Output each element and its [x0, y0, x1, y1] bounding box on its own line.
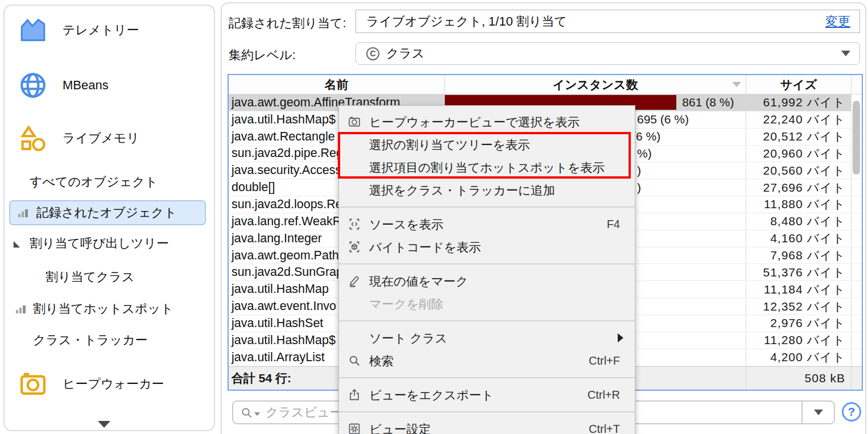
- size-cell: 4,160 バイト: [746, 230, 852, 247]
- sidebar-item-allocation-hotspots[interactable]: 割り当てホットスポット: [15, 299, 173, 319]
- menu-item-icon-spacer: [346, 296, 362, 311]
- instance-count-value: 861 (8 %): [682, 96, 734, 109]
- help-icon[interactable]: ?: [842, 402, 861, 421]
- marker-icon: [346, 274, 362, 288]
- highlight-box: [338, 132, 631, 179]
- sidebar-item-label: ライブメモリ: [63, 130, 139, 147]
- instance-count-value: %): [637, 147, 652, 160]
- change-link[interactable]: 変更: [825, 13, 850, 30]
- menu-item-show-bytecode[interactable]: バイトコードを表示: [339, 235, 635, 258]
- menu-item-label: 選択をクラス・トラッカーに追加: [369, 182, 555, 199]
- menu-item-label: ビュー設定: [369, 421, 431, 434]
- globe-icon: [18, 71, 48, 100]
- bar-chart-icon: [15, 303, 27, 315]
- sort-descending-icon: [732, 82, 741, 87]
- sidebar-item-allocation-classes[interactable]: 割り当てクラス: [46, 267, 135, 287]
- source-icon: [346, 217, 362, 232]
- recorded-allocations-value: ライブオブジェクト, 1/10 割り当て: [366, 13, 825, 30]
- size-cell: 8,480 バイト: [746, 213, 852, 230]
- sidebar-item-telemetry[interactable]: テレメトリー: [18, 10, 139, 51]
- sidebar-item-all-objects[interactable]: すべてのオブジェクト: [30, 172, 158, 192]
- sidebar-item-allocation-call-tree[interactable]: 割り当て呼び出しツリー: [11, 233, 169, 254]
- sidebar-item-mbeans[interactable]: MBeans: [18, 65, 109, 106]
- sidebar-item-label: テレメトリー: [63, 22, 139, 39]
- instance-count-value: ): [637, 181, 641, 195]
- menu-item-shortcut: Ctrl+R: [588, 388, 620, 402]
- sidebar-item-recorded-objects[interactable]: 記録されたオブジェクト: [9, 200, 206, 225]
- live-memory-icon: [18, 123, 48, 153]
- menu-item-label: ヒープウォーカービューで選択を表示: [369, 114, 580, 130]
- table-header: 名前 インスタンス数 サイズ: [229, 75, 862, 94]
- jprofiler-live-memory-view: テレメトリー MBeans ライブメモリ すべてのオブジェクト 記録されたオブジ…: [0, 0, 868, 434]
- size-cell: 27,696 バイト: [746, 179, 852, 196]
- menu-item-label: ビューをエクスポート: [369, 387, 494, 403]
- submenu-arrow-icon: [618, 333, 623, 342]
- context-menu: ヒープウォーカービューで選択を表示選択の割り当てツリーを表示選択項目の割り当てホ…: [338, 105, 635, 434]
- column-header-name[interactable]: 名前: [229, 75, 445, 94]
- menu-item-label: ソースを表示: [369, 216, 444, 233]
- menu-separator: [339, 320, 635, 321]
- instance-count-value: ): [637, 164, 641, 177]
- menu-item-label: マークを削除: [369, 296, 444, 312]
- filter-placeholder: クラスビュー: [266, 404, 342, 421]
- filter-options-arrow-icon: [254, 412, 260, 416]
- sidebar-item-class-tracker[interactable]: クラス・トラッカー: [33, 330, 148, 350]
- size-cell: 11,880 バイト: [746, 196, 852, 213]
- menu-separator: [339, 206, 635, 208]
- filter-dropdown-button[interactable]: [801, 402, 834, 423]
- menu-separator: [339, 377, 635, 378]
- menu-item-label: 現在の値をマーク: [369, 273, 468, 290]
- recorded-allocations-label: 記録された割り当て:: [229, 15, 346, 32]
- menu-item-view-settings[interactable]: ビュー設定Ctrl+T: [339, 418, 635, 434]
- sidebar-item-label: すべてのオブジェクト: [30, 173, 158, 191]
- instance-count-value: 695 (6 %): [637, 113, 689, 126]
- menu-separator: [339, 411, 635, 412]
- menu-item-show-source[interactable]: ソースを表示F4: [339, 213, 635, 235]
- menu-item-show-selection-in-heap-walker[interactable]: ヒープウォーカービューで選択を表示: [339, 110, 635, 133]
- recorded-allocations-field[interactable]: ライブオブジェクト, 1/10 割り当て 変更: [356, 10, 860, 33]
- bytecode-icon: [346, 239, 362, 254]
- menu-camera-icon: [346, 114, 362, 129]
- size-cell: 22,240 バイト: [746, 111, 852, 128]
- export-icon: [346, 387, 362, 402]
- size-cell: 61,992 バイト: [746, 94, 852, 111]
- column-header-instance-count[interactable]: インスタンス数: [445, 75, 746, 94]
- chevron-down-icon: [841, 51, 850, 56]
- size-cell: 11,280 バイト: [746, 332, 852, 349]
- sidebar-item-label: 記録されたオブジェクト: [36, 204, 177, 221]
- menu-item-shortcut: Ctrl+F: [589, 354, 620, 367]
- aggregation-level-dropdown[interactable]: C クラス: [356, 42, 860, 65]
- menu-item-sort-classes[interactable]: ソート クラス: [339, 326, 635, 349]
- sidebar-scroll-down-icon[interactable]: [98, 421, 110, 428]
- class-aggregation-icon: C: [366, 47, 379, 60]
- size-cell: 4,200 バイト: [746, 349, 852, 366]
- bar-chart-icon: [17, 207, 30, 218]
- menu-item-remove-mark: マークを削除: [339, 292, 635, 315]
- menu-item-find[interactable]: 検索Ctrl+F: [339, 349, 635, 372]
- column-header-size[interactable]: サイズ: [746, 75, 852, 94]
- settings-icon: [346, 421, 362, 434]
- menu-item-add-selection-to-class-tracker[interactable]: 選択をクラス・トラッカーに追加: [339, 179, 635, 201]
- telemetry-icon: [18, 15, 48, 45]
- sidebar-item-heap-walker[interactable]: ヒープウォーカー: [18, 363, 164, 404]
- sidebar-item-live-memory[interactable]: ライブメモリ: [18, 118, 139, 159]
- aggregation-level-value: クラス: [386, 45, 834, 62]
- size-cell: 11,184 バイト: [746, 281, 852, 297]
- menu-item-export-view[interactable]: ビューをエクスポートCtrl+R: [339, 383, 635, 406]
- menu-item-label: バイトコードを表示: [369, 239, 481, 255]
- search-icon: [346, 353, 362, 368]
- menu-item-label: ソート クラス: [369, 330, 448, 346]
- vertical-scrollbar-thumb[interactable]: [853, 101, 860, 175]
- sidebar-item-label: クラス・トラッカー: [33, 332, 148, 349]
- size-cell: 7,968 バイト: [746, 247, 852, 264]
- menu-item-shortcut: F4: [607, 218, 620, 231]
- menu-separator: [339, 263, 635, 264]
- menu-item-shortcut: Ctrl+T: [589, 423, 620, 434]
- sidebar-item-label: ヒープウォーカー: [63, 375, 164, 392]
- menu-item-icon-spacer: [346, 183, 362, 197]
- menu-item-mark-current-values[interactable]: 現在の値をマーク: [339, 270, 635, 292]
- aggregation-level-label: 集約レベル:: [229, 47, 296, 64]
- size-cell: 12,352 バイト: [746, 298, 852, 315]
- menu-item-icon-spacer: [346, 330, 362, 345]
- menu-item-label: 検索: [369, 353, 394, 369]
